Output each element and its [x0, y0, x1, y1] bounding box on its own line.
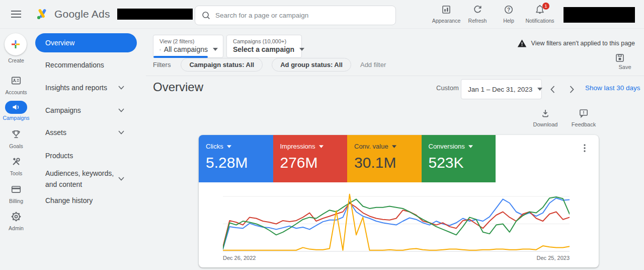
- chevron-down-icon: [118, 130, 124, 134]
- divider: [146, 76, 644, 76]
- refresh-icon: [472, 5, 482, 15]
- warning-icon: [517, 39, 527, 48]
- metric-value: 523K: [429, 154, 496, 171]
- previous-period-button[interactable]: [546, 82, 559, 97]
- notifications-button[interactable]: 1 Notifications: [524, 2, 555, 24]
- filters-label: Filters: [153, 61, 171, 69]
- rail-item-admin[interactable]: Admin: [0, 210, 32, 231]
- feedback-icon: [579, 108, 589, 118]
- rail-item-accounts[interactable]: Accounts: [0, 74, 32, 95]
- search-input[interactable]: [215, 12, 381, 19]
- metric-tile-clicks[interactable]: Clicks 5.28M: [199, 135, 273, 182]
- view-filter-warning: View filters aren't applied to this page: [517, 39, 635, 48]
- chevron-right-icon: [570, 86, 574, 93]
- main-content: View (2 filters) All campaigns Campaigns…: [146, 29, 644, 270]
- nav-item-products[interactable]: Products: [32, 150, 146, 161]
- page-title: Overview: [153, 80, 203, 94]
- filters-bar: Filters Campaign status: All Ad group st…: [153, 58, 386, 72]
- global-search[interactable]: [195, 6, 396, 25]
- date-range-type: Custom: [436, 84, 459, 92]
- chart-line-conv-value: [223, 194, 570, 250]
- home-icon: [159, 46, 161, 53]
- overview-card: Clicks 5.28M Impressions 276M: [199, 135, 599, 267]
- feedback-button[interactable]: Feedback: [569, 108, 599, 127]
- rail-item-tools[interactable]: Tools: [0, 155, 32, 176]
- appearance-icon: [441, 5, 451, 15]
- x-axis-end-label: Dec 25, 2023: [537, 255, 570, 261]
- metric-tile-conversions[interactable]: Conversions 523K: [422, 135, 496, 182]
- chevron-left-icon: [550, 86, 555, 93]
- filter-pill-campaign-status[interactable]: Campaign status: All: [181, 58, 263, 72]
- dropdown-caret-icon: [392, 145, 396, 148]
- rail-item-campaigns[interactable]: Campaigns: [0, 101, 32, 121]
- nav-item-assets[interactable]: Assets: [32, 127, 146, 138]
- svg-text:?: ?: [507, 7, 510, 13]
- download-button[interactable]: Download: [530, 108, 560, 127]
- show-last-30-days-link[interactable]: Show last 30 days: [585, 84, 640, 92]
- card-menu-button[interactable]: [583, 143, 587, 153]
- appearance-button[interactable]: Appearance: [431, 2, 462, 24]
- help-button[interactable]: ? Help: [493, 2, 524, 24]
- x-axis-start-label: Dec 26, 2022: [223, 255, 256, 261]
- refresh-button[interactable]: Refresh: [462, 2, 493, 24]
- metric-tile-impressions[interactable]: Impressions 276M: [273, 135, 348, 182]
- chevron-down-icon: [118, 86, 124, 90]
- nav-item-change-history[interactable]: Change history: [32, 195, 146, 206]
- metric-tile-conv-value[interactable]: Conv. value 30.1M: [347, 135, 422, 182]
- metric-tiles: Clicks 5.28M Impressions 276M: [199, 135, 496, 182]
- google-ads-logo[interactable]: Google Ads: [35, 8, 110, 21]
- next-period-button[interactable]: [565, 82, 578, 97]
- billing-icon: [11, 183, 22, 196]
- date-range-dropdown[interactable]: Jan 1 – Dec 31, 2023: [461, 79, 542, 99]
- filter-pill-ad-group-status[interactable]: Ad group status: All: [272, 58, 351, 72]
- kebab-menu-icon: [584, 144, 586, 152]
- secondary-nav: Overview Recommendations Insights and re…: [32, 29, 146, 270]
- view-filter-dropdown[interactable]: View (2 filters) All campaigns: [153, 35, 223, 58]
- chart-x-axis: Dec 26, 2022 Dec 25, 2023: [223, 255, 570, 261]
- notification-badge: 1: [542, 3, 549, 10]
- accounts-icon: [11, 74, 22, 87]
- menu-icon[interactable]: [11, 10, 21, 18]
- metric-value: 276M: [280, 154, 348, 171]
- dropdown-caret-icon: [227, 145, 231, 148]
- plus-icon: [11, 39, 21, 49]
- google-ads-logo-icon: [35, 8, 49, 21]
- save-icon: [615, 53, 625, 63]
- dropdown-caret-icon: [532, 88, 542, 91]
- nav-item-overview[interactable]: Overview: [35, 33, 137, 52]
- metric-value: 5.28M: [206, 154, 273, 171]
- rail-item-billing[interactable]: Billing: [0, 183, 32, 204]
- metric-value: 30.1M: [354, 154, 422, 171]
- dropdown-caret-icon: [319, 145, 324, 148]
- nav-item-recommendations[interactable]: Recommendations: [32, 59, 146, 71]
- topbar: Google Ads Appearance: [0, 0, 644, 29]
- dropdown-caret-icon: [208, 48, 218, 51]
- redacted-account-info: [117, 9, 193, 20]
- topbar-actions: Appearance Refresh ? Help: [431, 2, 555, 24]
- chart-line-conversions: [223, 197, 570, 249]
- add-filter-button[interactable]: Add filter: [360, 61, 386, 69]
- redacted-user-info: [564, 7, 635, 23]
- admin-gear-icon: [11, 210, 22, 223]
- create-label: Create: [0, 57, 32, 63]
- logo-text: Google Ads: [54, 8, 110, 20]
- performance-chart[interactable]: [223, 185, 570, 253]
- dropdown-caret-icon: [468, 145, 473, 148]
- tools-icon: [11, 155, 22, 168]
- campaign-select-dropdown[interactable]: Campaigns (10,000+) Select a campaign: [226, 35, 302, 58]
- create-button[interactable]: [5, 33, 27, 55]
- nav-item-audiences-keywords-content[interactable]: Audiences, keywords, and content: [32, 168, 146, 190]
- nav-item-insights-and-reports[interactable]: Insights and reports: [32, 82, 146, 93]
- download-icon: [540, 108, 550, 118]
- search-icon: [201, 11, 211, 20]
- dropdown-caret-icon: [294, 48, 304, 51]
- performance-chart-svg: [223, 185, 570, 253]
- nav-item-campaigns[interactable]: Campaigns: [32, 105, 146, 116]
- chevron-down-icon: [118, 108, 124, 112]
- left-rail: Create Accounts Campaigns: [0, 29, 32, 270]
- save-button[interactable]: Save: [615, 53, 635, 70]
- help-icon: ?: [504, 5, 514, 15]
- chevron-down-icon: [118, 177, 124, 181]
- rail-item-goals[interactable]: Goals: [0, 128, 32, 149]
- campaigns-icon: [5, 101, 27, 114]
